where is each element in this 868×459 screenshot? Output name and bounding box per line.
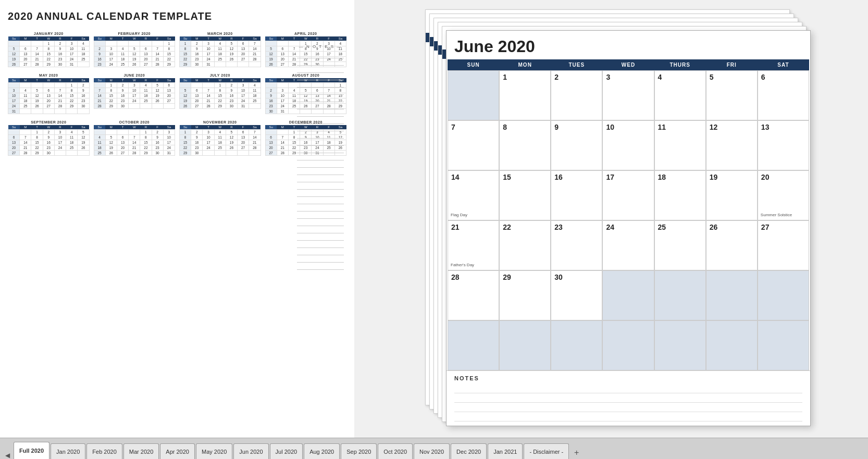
mini-cal-title: MARCH 2020: [179, 32, 261, 35]
tab-jan-2020[interactable]: Jan 2020: [51, 443, 85, 459]
june-day-cell: 15: [499, 170, 551, 220]
june-day-cell: 7: [448, 120, 499, 170]
tab-jan-2021[interactable]: Jan 2021: [488, 443, 523, 459]
june-empty-cell: [499, 320, 551, 370]
mini-cal-title: SEPTEMBER 2020: [8, 120, 90, 124]
tab---disclaimer--[interactable]: - Disclaimer -: [524, 443, 569, 459]
notes-line: [297, 131, 344, 139]
notes-line: [297, 58, 344, 66]
tab-aug-2020[interactable]: Aug 2020: [304, 443, 340, 459]
notes-line: [297, 153, 344, 160]
june-day-cell: 22: [499, 220, 551, 270]
day-number: 16: [554, 173, 599, 181]
day-number: 25: [658, 223, 702, 231]
june-day-cell: 6: [758, 70, 809, 120]
june-empty-cell: [654, 320, 706, 370]
june-empty-cell: [551, 320, 602, 370]
june-day-cell: 16: [551, 170, 602, 220]
tab-mar-2020[interactable]: Mar 2020: [123, 443, 159, 459]
june-empty-cell: [654, 270, 706, 320]
june-notes: NOTES: [447, 370, 810, 426]
notes-line: [297, 219, 344, 226]
notes-line: [297, 182, 344, 190]
june-day-cell: 10: [602, 120, 654, 170]
tab-sep-2020[interactable]: Sep 2020: [341, 443, 377, 459]
june-notes-lines: [454, 384, 802, 421]
mini-cal-february-2020: FEBRUARY 2020SuMTWRFSa123456789101112131…: [94, 32, 176, 67]
mini-cal-november-2020: NOVEMBER 2020SuMTWRFSa123456789101112131…: [179, 120, 261, 156]
day-number: 3: [606, 73, 650, 81]
day-number: 2: [554, 73, 599, 81]
june-day-cell: 3: [602, 70, 654, 120]
mini-cal-july-2020: JULY 2020SuMTWRFSa1234567891011121314151…: [179, 73, 261, 114]
notes-line: [297, 66, 344, 73]
june-day-cell: 26: [706, 220, 758, 270]
notes-section: — N O T E S —: [297, 44, 344, 270]
right-panel: January 2020 SUNMONTUESWEDTHURSFRISAT Fe…: [354, 0, 868, 438]
june-day-cell: 9: [551, 120, 602, 170]
tab-full-2020[interactable]: Full 2020: [14, 442, 49, 459]
day-number: 5: [710, 73, 754, 81]
notes-line: [297, 109, 344, 117]
notes-line: [297, 88, 344, 95]
mini-cal-title: FEBRUARY 2020: [94, 32, 176, 35]
mini-cal-january-2020: JANUARY 2020SuMTWRFSa1234567891011121314…: [8, 32, 90, 67]
tab-may-2020[interactable]: May 2020: [196, 443, 232, 459]
tab-apr-2020[interactable]: Apr 2020: [160, 443, 195, 459]
june-title: June 2020: [447, 31, 810, 59]
day-number: 28: [451, 273, 495, 281]
day-number: 27: [761, 223, 805, 231]
june-notes-title: NOTES: [454, 375, 802, 381]
tab-jul-2020[interactable]: Jul 2020: [270, 443, 303, 459]
june-day-cell: 28: [448, 270, 499, 320]
tab-nov-2020[interactable]: Nov 2020: [414, 443, 450, 459]
day-number: 22: [503, 223, 547, 231]
notes-line: [297, 146, 344, 153]
june-grid: 1234567891011121314Flag Day151617181920S…: [448, 70, 809, 370]
tab-oct-2020[interactable]: Oct 2020: [378, 443, 413, 459]
june-day-cell: 19: [706, 170, 758, 220]
notes-line: [297, 241, 344, 248]
notes-line: [297, 212, 344, 219]
notes-line: [297, 175, 344, 182]
tab-dec-2020[interactable]: Dec 2020: [451, 443, 487, 459]
event-label: Father's Day: [451, 263, 474, 267]
page-stack: January 2020 SUNMONTUESWEDTHURSFRISAT Fe…: [421, 5, 801, 417]
tab-jun-2020[interactable]: Jun 2020: [233, 443, 268, 459]
june-content: June 2020 SUN MON TUES WED THURS FRI SAT…: [447, 31, 810, 426]
june-day-cell: 4: [654, 70, 706, 120]
mini-cal-title: JUNE 2020: [94, 73, 176, 77]
notes-line: [297, 197, 344, 204]
notes-line: [297, 124, 344, 131]
notes-line: [297, 248, 344, 255]
day-number: 6: [761, 73, 805, 81]
notes-line: [297, 80, 344, 88]
day-number: 24: [606, 223, 650, 231]
june-day-cell: 12: [706, 120, 758, 170]
event-label: Flag Day: [451, 213, 467, 217]
day-number: 9: [554, 123, 599, 131]
june-day-cell: 11: [654, 120, 706, 170]
tab-feb-2020[interactable]: Feb 2020: [86, 443, 122, 459]
mini-cal-title: APRIL 2020: [265, 32, 347, 35]
june-day-cell: 21Father's Day: [448, 220, 499, 270]
june-day-cell: 1: [499, 70, 551, 120]
notes-line: [297, 226, 344, 233]
notes-line: [297, 117, 344, 124]
day-number: 14: [451, 173, 495, 181]
annual-title: 2020 ANNUAL CALENDAR TEMPLATE: [8, 10, 346, 22]
mini-cal-october-2020: OCTOBER 2020SuMTWRFSa1234567891011121314…: [94, 120, 176, 156]
june-day-cell: 23: [551, 220, 602, 270]
june-day-cell: 27: [758, 220, 809, 270]
notes-line: [297, 73, 344, 80]
tabs-container: Full 2020Jan 2020Feb 2020Mar 2020Apr 202…: [14, 442, 569, 459]
mini-cal-title: MAY 2020: [8, 73, 90, 77]
add-tab-button[interactable]: +: [570, 446, 583, 459]
day-number: 21: [451, 223, 495, 231]
mini-cal-september-2020: SEPTEMBER 2020SuMTWRFSa12345678910111213…: [8, 120, 90, 156]
notes-line: [297, 168, 344, 175]
notes-line: [297, 233, 344, 241]
tab-nav-left[interactable]: ◀: [3, 452, 13, 459]
june-empty-cell: [602, 320, 654, 370]
mini-cal-title: OCTOBER 2020: [94, 120, 176, 124]
